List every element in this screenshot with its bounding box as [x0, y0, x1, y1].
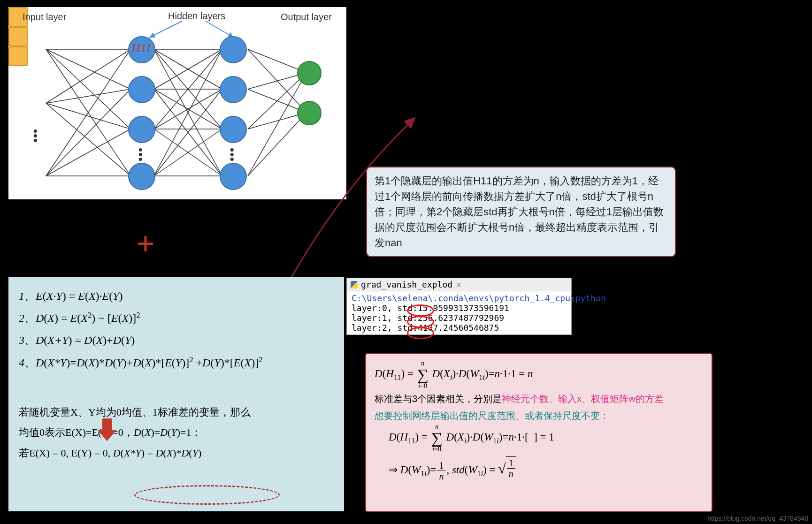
svg-line-20 — [154, 89, 222, 129]
svg-line-7 — [46, 89, 130, 103]
formula-4: 4、D(X*Y)=D(X)*D(Y)+D(X)*[E(Y)]2 +D(Y)*[E… — [19, 353, 334, 373]
console-path: C:\Users\selena\.conda\envs\pytorch_1.4_… — [352, 293, 567, 303]
explanation-callout: 第1个隐藏层的输出值H11的方差为n，输入数据的方差为1，经过1个网络层的前向传… — [366, 167, 676, 257]
note-text-1: 标准差与3个因素相关，分别是神经元个数、输入x、权值矩阵w的方差 — [375, 389, 703, 408]
dots-icon: ••• — [230, 148, 235, 162]
svg-line-11 — [46, 89, 130, 176]
highlight-circle — [407, 327, 434, 339]
svg-line-26 — [154, 49, 222, 176]
condition-3: 若E(X) = 0, E(Y) = 0, D(X*Y) = D(X)*D(Y) — [19, 444, 334, 463]
eq-weight-variance: ⇒ D(W1i)=1n, std(W1i) = √1n — [375, 456, 703, 481]
svg-line-9 — [46, 103, 130, 176]
highlight-circle — [407, 316, 434, 328]
formula-2: 2、D(X) = E(X2) − [E(X)]2 — [19, 308, 334, 328]
console-line-2: layer:2, std:4107.24560546875 — [352, 323, 567, 333]
hidden-node — [220, 163, 247, 190]
hidden-node — [220, 116, 247, 143]
svg-line-4 — [46, 49, 130, 129]
hidden-layers-label: Hidden layers — [168, 11, 225, 22]
console-tab-label: grad_vanish_explod — [361, 280, 452, 289]
svg-line-27 — [154, 89, 222, 176]
svg-line-18 — [154, 49, 222, 89]
neural-network-diagram: Input layer Hidden layers Output layer •… — [8, 7, 346, 199]
output-node — [297, 61, 322, 85]
svg-line-23 — [154, 89, 222, 129]
svg-line-36 — [248, 73, 306, 176]
svg-line-15 — [154, 49, 222, 89]
hidden-node — [220, 36, 247, 63]
console-line-0: layer:0, std:15.959931373596191 — [352, 303, 567, 313]
svg-line-31 — [248, 49, 306, 113]
plus-icon: + — [136, 225, 155, 263]
hidden-node — [128, 116, 155, 143]
math-formulas-box: 1、E(X·Y) = E(X)·E(Y) 2、D(X) = E(X2) − [E… — [8, 277, 344, 511]
formula-3: 3、D(X+Y) = D(X)+D(Y) — [19, 330, 334, 350]
python-icon — [351, 281, 358, 289]
formula-1: 1、E(X·Y) = E(X)·E(Y) — [19, 286, 334, 306]
derivation-box: D(H11) = n∑i=0 D(Xi)·D(W1i)=n·1·1 = n 标准… — [365, 353, 712, 512]
nn-connections — [8, 7, 346, 199]
svg-line-22 — [154, 49, 222, 129]
svg-line-37 — [248, 113, 306, 176]
highlight-circle — [407, 304, 434, 317]
svg-line-3 — [46, 49, 130, 89]
eq-variance-h11-unit: D(H11) = n∑i=0 D(Xi)·D(W1i)=n·1·[ ] = 1 — [375, 424, 703, 453]
svg-line-25 — [154, 129, 222, 176]
note-text-2: 想要控制网络层输出值的尺度范围、或者保持尺度不变： — [375, 408, 703, 424]
condition-2: 均值0表示E(X)=E(Y)=0，D(X)=D(Y)=1： — [19, 423, 334, 442]
console-line-1: layer:1, std:256.6237487792969 — [352, 313, 567, 323]
svg-line-16 — [154, 49, 222, 129]
svg-line-28 — [154, 129, 222, 176]
dots-icon: ••• — [33, 129, 38, 143]
hidden-node — [128, 76, 155, 103]
watermark: https://blog.csdn.net/qq_43784940 — [707, 515, 808, 522]
close-icon: × — [456, 280, 461, 289]
svg-line-17 — [154, 49, 222, 176]
hidden-node — [220, 76, 247, 103]
svg-line-10 — [46, 49, 130, 176]
console-tab: grad_vanish_explod × — [347, 278, 571, 291]
condition-1: 若随机变量X、Y均为0均值、1标准差的变量，那么 — [19, 403, 334, 422]
svg-line-12 — [46, 129, 130, 176]
svg-line-0 — [149, 21, 182, 38]
output-node — [297, 101, 322, 125]
hidden-node — [128, 163, 155, 190]
h11-label: H11 — [131, 41, 152, 55]
input-node — [8, 27, 28, 46]
svg-line-5 — [46, 49, 130, 176]
svg-line-21 — [154, 89, 222, 176]
eq-variance-h11: D(H11) = n∑i=0 D(Xi)·D(W1i)=n·1·1 = n — [375, 360, 703, 389]
input-layer-label: Input layer — [23, 12, 66, 23]
dots-icon: ••• — [138, 148, 143, 162]
svg-line-8 — [46, 103, 130, 129]
svg-line-34 — [248, 73, 306, 129]
red-arrow-down-icon — [98, 413, 116, 455]
output-layer-label: Output layer — [281, 12, 332, 23]
input-node — [8, 46, 28, 66]
console-output: grad_vanish_explod × C:\Users\selena\.co… — [346, 278, 572, 335]
dashed-ellipse-highlight — [134, 485, 280, 505]
svg-line-1 — [206, 21, 234, 38]
svg-line-6 — [46, 49, 130, 103]
